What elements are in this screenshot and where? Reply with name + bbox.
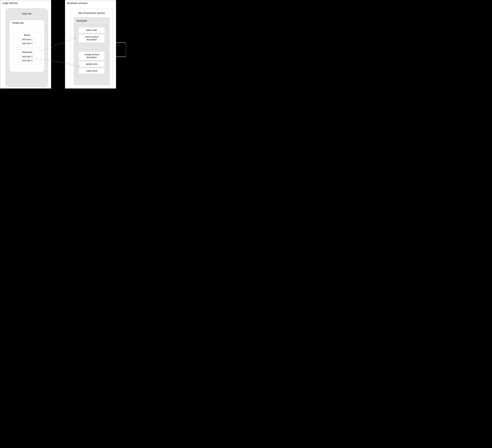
- buyer-role-box: Buyer end user 1 end user 2: [13, 32, 41, 48]
- permission-group-solid: place order check product description: [76, 25, 107, 45]
- permission-box: change product description: [79, 52, 105, 60]
- logto-service-panel: Logto Service User foo Tenant bar Buyer …: [0, 0, 51, 89]
- permission-box: check stock: [79, 68, 105, 74]
- business-services-panel: Business services baz eCommerce service …: [65, 0, 116, 89]
- permission-group-dashed: change product description update price …: [76, 49, 107, 76]
- user-foo-title: User foo: [6, 9, 48, 15]
- baz-ecommerce-title: baz eCommerce service: [71, 9, 113, 14]
- tenant-bar-title: Tenant bar: [9, 20, 44, 24]
- buyer-role-title: Buyer: [13, 32, 41, 37]
- end-user-chip: end user 1: [19, 38, 36, 41]
- end-user-chip: end user 2: [19, 42, 36, 45]
- right-offcut-shape: [116, 42, 126, 57]
- permission-box: update price: [79, 61, 105, 67]
- end-user-chip: end user 4: [19, 59, 36, 62]
- tenant-bar-box: Tenant bar Buyer end user 1 end user 2 M…: [9, 20, 45, 72]
- merchant-role-title: Merchant: [13, 49, 41, 54]
- business-services-title: Business services: [65, 0, 116, 5]
- baz-ecommerce-box: baz eCommerce service Accesses place ord…: [71, 9, 113, 87]
- merchant-role-box: Merchant end user 3 end user 4: [13, 49, 41, 65]
- permission-box: check product description: [79, 34, 105, 43]
- end-user-chip: end user 3: [19, 55, 36, 58]
- accesses-title: Accesses: [74, 18, 109, 22]
- accesses-box: Accesses place order check product descr…: [74, 17, 110, 85]
- logto-service-title: Logto Service: [0, 0, 51, 5]
- user-foo-box: User foo Tenant bar Buyer end user 1 end…: [6, 9, 48, 87]
- permission-box: place order: [79, 27, 105, 33]
